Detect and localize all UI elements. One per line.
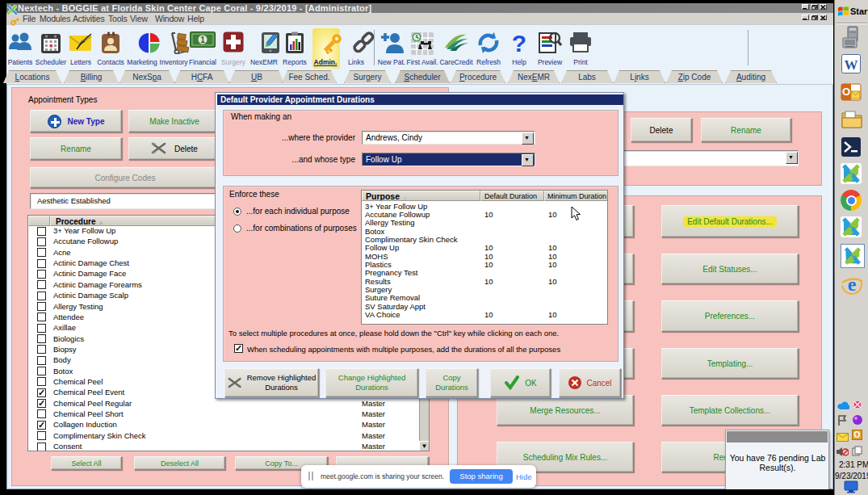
svg-text:O: O — [842, 86, 850, 98]
svg-text:1: 1 — [200, 36, 205, 44]
svg-text:O: O — [854, 430, 861, 439]
svg-text:?: ? — [512, 31, 526, 56]
svg-text:W: W — [845, 57, 858, 73]
svg-text:e: e — [848, 274, 857, 295]
